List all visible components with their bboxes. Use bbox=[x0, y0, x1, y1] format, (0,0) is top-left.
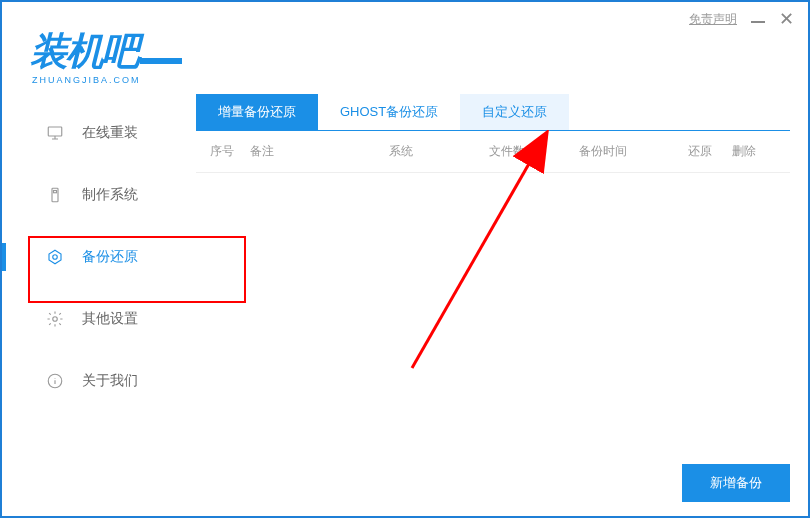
sidebar-item-online-reinstall[interactable]: 在线重装 bbox=[2, 102, 192, 164]
svg-rect-2 bbox=[54, 191, 57, 193]
sidebar-item-backup-restore[interactable]: 备份还原 bbox=[2, 226, 192, 288]
main-content: 增量备份还原 GHOST备份还原 自定义还原 序号 备注 系统 文件数量 备份时… bbox=[196, 94, 790, 502]
logo-text: 装机吧 bbox=[30, 26, 138, 77]
tab-incremental-backup[interactable]: 增量备份还原 bbox=[196, 94, 318, 130]
disclaimer-link[interactable]: 免责声明 bbox=[689, 11, 737, 28]
monitor-icon bbox=[46, 124, 64, 142]
tab-custom-restore[interactable]: 自定义还原 bbox=[460, 94, 569, 130]
info-icon bbox=[46, 372, 64, 390]
tabs: 增量备份还原 GHOST备份还原 自定义还原 bbox=[196, 94, 790, 131]
sidebar-item-other-settings[interactable]: 其他设置 bbox=[2, 288, 192, 350]
col-delete: 删除 bbox=[732, 143, 776, 160]
svg-rect-0 bbox=[48, 127, 62, 136]
col-time: 备份时间 bbox=[579, 143, 689, 160]
sidebar-item-label: 其他设置 bbox=[82, 310, 138, 328]
col-restore: 还原 bbox=[688, 143, 732, 160]
window-frame: 免责声明 ✕ 装机吧 ZHUANGJIBA.COM 在线重装 制作系统 备份 bbox=[0, 0, 810, 518]
usb-icon bbox=[46, 186, 64, 204]
tab-ghost-backup[interactable]: GHOST备份还原 bbox=[318, 94, 460, 130]
backup-icon bbox=[46, 248, 64, 266]
svg-marker-3 bbox=[49, 250, 61, 264]
sidebar-item-label: 在线重装 bbox=[82, 124, 138, 142]
close-button[interactable]: ✕ bbox=[779, 10, 794, 28]
sidebar-item-label: 制作系统 bbox=[82, 186, 138, 204]
svg-point-5 bbox=[53, 317, 58, 322]
sidebar-item-make-system[interactable]: 制作系统 bbox=[2, 164, 192, 226]
sidebar-item-about[interactable]: 关于我们 bbox=[2, 350, 192, 412]
table-header: 序号 备注 系统 文件数量 备份时间 还原 删除 bbox=[196, 131, 790, 173]
app-logo: 装机吧 ZHUANGJIBA.COM bbox=[30, 26, 182, 85]
col-index: 序号 bbox=[210, 143, 250, 160]
gear-icon bbox=[46, 310, 64, 328]
svg-point-4 bbox=[53, 255, 58, 260]
titlebar: 免责声明 ✕ bbox=[689, 10, 794, 28]
sidebar-item-label: 备份还原 bbox=[82, 248, 138, 266]
new-backup-button[interactable]: 新增备份 bbox=[682, 464, 790, 502]
col-system: 系统 bbox=[389, 143, 489, 160]
sidebar: 在线重装 制作系统 备份还原 其他设置 关于我们 bbox=[2, 102, 192, 412]
logo-subtext: ZHUANGJIBA.COM bbox=[32, 75, 182, 85]
col-filecount: 文件数量 bbox=[489, 143, 579, 160]
sidebar-item-label: 关于我们 bbox=[82, 372, 138, 390]
col-remark: 备注 bbox=[250, 143, 390, 160]
logo-line bbox=[140, 58, 182, 64]
minimize-button[interactable] bbox=[751, 21, 765, 23]
